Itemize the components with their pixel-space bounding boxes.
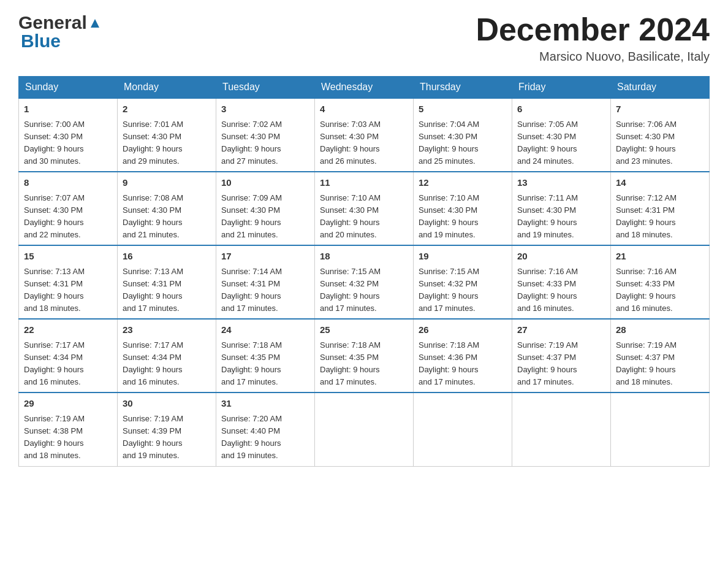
cell-info: Sunrise: 7:04 AMSunset: 4:30 PMDaylight:… (419, 120, 479, 166)
day-number: 2 (123, 102, 211, 117)
calendar-cell: 13 Sunrise: 7:11 AMSunset: 4:30 PMDaylig… (512, 172, 611, 245)
calendar-cell: 31 Sunrise: 7:20 AMSunset: 4:40 PMDaylig… (216, 393, 315, 466)
day-number: 29 (24, 397, 112, 411)
cell-info: Sunrise: 7:15 AMSunset: 4:32 PMDaylight:… (419, 267, 479, 313)
day-header-friday: Friday (512, 77, 611, 99)
day-number: 4 (320, 102, 408, 117)
day-header-tuesday: Tuesday (216, 77, 315, 99)
calendar-cell: 6 Sunrise: 7:05 AMSunset: 4:30 PMDayligh… (512, 98, 611, 172)
calendar-header: SundayMondayTuesdayWednesdayThursdayFrid… (19, 77, 710, 99)
cell-info: Sunrise: 7:18 AMSunset: 4:36 PMDaylight:… (419, 340, 479, 386)
calendar-cell: 28 Sunrise: 7:19 AMSunset: 4:37 PMDaylig… (611, 319, 710, 393)
calendar-cell (414, 393, 512, 466)
calendar-cell: 21 Sunrise: 7:16 AMSunset: 4:33 PMDaylig… (611, 245, 710, 319)
day-number: 1 (24, 102, 112, 117)
day-number: 30 (123, 397, 211, 411)
calendar-cell: 25 Sunrise: 7:18 AMSunset: 4:35 PMDaylig… (315, 319, 414, 393)
week-row-1: 1 Sunrise: 7:00 AMSunset: 4:30 PMDayligh… (19, 98, 710, 172)
cell-info: Sunrise: 7:09 AMSunset: 4:30 PMDaylight:… (221, 193, 282, 239)
calendar-cell: 26 Sunrise: 7:18 AMSunset: 4:36 PMDaylig… (414, 319, 512, 393)
day-number: 13 (517, 176, 605, 190)
day-header-monday: Monday (118, 77, 216, 99)
cell-info: Sunrise: 7:17 AMSunset: 4:34 PMDaylight:… (24, 340, 85, 386)
calendar-cell: 27 Sunrise: 7:19 AMSunset: 4:37 PMDaylig… (512, 319, 611, 393)
cell-info: Sunrise: 7:14 AMSunset: 4:31 PMDaylight:… (221, 267, 282, 313)
day-number: 9 (123, 176, 211, 190)
day-number: 22 (24, 323, 112, 337)
cell-info: Sunrise: 7:03 AMSunset: 4:30 PMDaylight:… (320, 120, 381, 166)
day-number: 14 (616, 176, 704, 190)
calendar-cell: 23 Sunrise: 7:17 AMSunset: 4:34 PMDaylig… (118, 319, 216, 393)
title-block: December 2024 Marsico Nuovo, Basilicate,… (476, 12, 710, 64)
cell-info: Sunrise: 7:15 AMSunset: 4:32 PMDaylight:… (320, 267, 381, 313)
cell-info: Sunrise: 7:01 AMSunset: 4:30 PMDaylight:… (123, 120, 183, 166)
cell-info: Sunrise: 7:08 AMSunset: 4:30 PMDaylight:… (123, 193, 183, 239)
calendar-cell: 17 Sunrise: 7:14 AMSunset: 4:31 PMDaylig… (216, 245, 315, 319)
calendar-cell: 5 Sunrise: 7:04 AMSunset: 4:30 PMDayligh… (414, 98, 512, 172)
calendar-cell: 2 Sunrise: 7:01 AMSunset: 4:30 PMDayligh… (118, 98, 216, 172)
cell-info: Sunrise: 7:10 AMSunset: 4:30 PMDaylight:… (419, 193, 479, 239)
calendar-cell: 15 Sunrise: 7:13 AMSunset: 4:31 PMDaylig… (19, 245, 118, 319)
day-number: 10 (221, 176, 309, 190)
day-header-saturday: Saturday (611, 77, 710, 99)
cell-info: Sunrise: 7:18 AMSunset: 4:35 PMDaylight:… (320, 340, 381, 386)
calendar-cell: 10 Sunrise: 7:09 AMSunset: 4:30 PMDaylig… (216, 172, 315, 245)
calendar-cell: 1 Sunrise: 7:00 AMSunset: 4:30 PMDayligh… (19, 98, 118, 172)
cell-info: Sunrise: 7:19 AMSunset: 4:39 PMDaylight:… (123, 414, 183, 460)
calendar-cell: 4 Sunrise: 7:03 AMSunset: 4:30 PMDayligh… (315, 98, 414, 172)
calendar-cell: 19 Sunrise: 7:15 AMSunset: 4:32 PMDaylig… (414, 245, 512, 319)
day-header-sunday: Sunday (19, 77, 118, 99)
day-number: 20 (517, 250, 605, 264)
cell-info: Sunrise: 7:19 AMSunset: 4:37 PMDaylight:… (517, 340, 578, 386)
calendar-cell: 20 Sunrise: 7:16 AMSunset: 4:33 PMDaylig… (512, 245, 611, 319)
day-number: 11 (320, 176, 408, 190)
svg-marker-0 (91, 19, 99, 28)
day-number: 8 (24, 176, 112, 190)
logo-triangle-icon (88, 17, 102, 30)
cell-info: Sunrise: 7:10 AMSunset: 4:30 PMDaylight:… (320, 193, 381, 239)
calendar-cell (315, 393, 414, 466)
cell-info: Sunrise: 7:19 AMSunset: 4:37 PMDaylight:… (616, 340, 677, 386)
day-number: 26 (419, 323, 507, 337)
day-number: 3 (221, 102, 309, 117)
cell-info: Sunrise: 7:18 AMSunset: 4:35 PMDaylight:… (221, 340, 282, 386)
location-text: Marsico Nuovo, Basilicate, Italy (476, 50, 710, 64)
day-number: 19 (419, 250, 507, 264)
calendar-cell (512, 393, 611, 466)
day-number: 16 (123, 250, 211, 264)
calendar-cell: 22 Sunrise: 7:17 AMSunset: 4:34 PMDaylig… (19, 319, 118, 393)
cell-info: Sunrise: 7:02 AMSunset: 4:30 PMDaylight:… (221, 120, 282, 166)
cell-info: Sunrise: 7:13 AMSunset: 4:31 PMDaylight:… (123, 267, 183, 313)
day-number: 12 (419, 176, 507, 190)
logo-general-text: General (18, 12, 87, 33)
day-number: 17 (221, 250, 309, 264)
day-number: 28 (616, 323, 704, 337)
day-number: 21 (616, 250, 704, 264)
cell-info: Sunrise: 7:11 AMSunset: 4:30 PMDaylight:… (517, 193, 578, 239)
calendar-cell: 18 Sunrise: 7:15 AMSunset: 4:32 PMDaylig… (315, 245, 414, 319)
day-header-thursday: Thursday (414, 77, 512, 99)
day-number: 6 (517, 102, 605, 117)
calendar-cell: 14 Sunrise: 7:12 AMSunset: 4:31 PMDaylig… (611, 172, 710, 245)
logo: General Blue (18, 12, 102, 52)
week-row-2: 8 Sunrise: 7:07 AMSunset: 4:30 PMDayligh… (19, 172, 710, 245)
day-number: 23 (123, 323, 211, 337)
cell-info: Sunrise: 7:13 AMSunset: 4:31 PMDaylight:… (24, 267, 85, 313)
day-number: 24 (221, 323, 309, 337)
calendar-cell: 9 Sunrise: 7:08 AMSunset: 4:30 PMDayligh… (118, 172, 216, 245)
logo-blue-text: Blue (21, 31, 61, 52)
week-row-4: 22 Sunrise: 7:17 AMSunset: 4:34 PMDaylig… (19, 319, 710, 393)
day-number: 31 (221, 397, 309, 411)
cell-info: Sunrise: 7:16 AMSunset: 4:33 PMDaylight:… (517, 267, 578, 313)
calendar-cell: 3 Sunrise: 7:02 AMSunset: 4:30 PMDayligh… (216, 98, 315, 172)
cell-info: Sunrise: 7:16 AMSunset: 4:33 PMDaylight:… (616, 267, 677, 313)
month-title: December 2024 (476, 12, 710, 47)
cell-info: Sunrise: 7:17 AMSunset: 4:34 PMDaylight:… (123, 340, 183, 386)
calendar-cell (611, 393, 710, 466)
cell-info: Sunrise: 7:00 AMSunset: 4:30 PMDaylight:… (24, 120, 85, 166)
day-number: 15 (24, 250, 112, 264)
calendar-cell: 30 Sunrise: 7:19 AMSunset: 4:39 PMDaylig… (118, 393, 216, 466)
cell-info: Sunrise: 7:05 AMSunset: 4:30 PMDaylight:… (517, 120, 578, 166)
cell-info: Sunrise: 7:06 AMSunset: 4:30 PMDaylight:… (616, 120, 677, 166)
week-row-3: 15 Sunrise: 7:13 AMSunset: 4:31 PMDaylig… (19, 245, 710, 319)
